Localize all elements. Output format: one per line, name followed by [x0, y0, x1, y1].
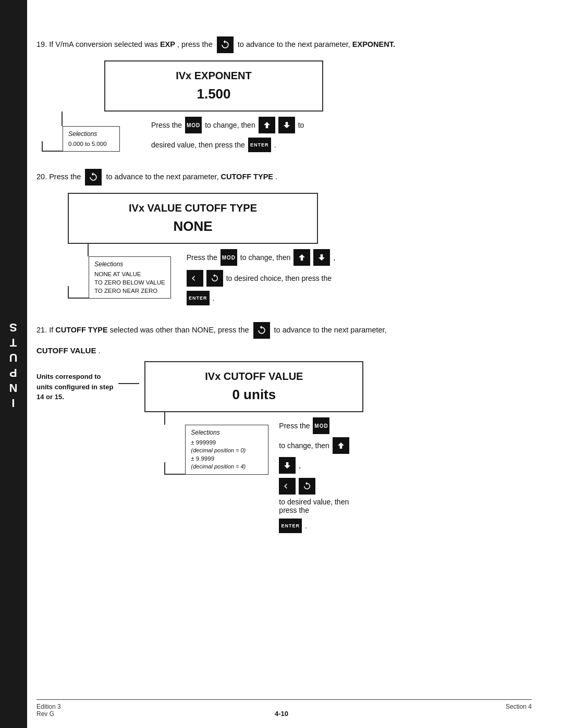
footer-edition: Edition 3	[36, 703, 61, 710]
exponent-display-box: IVx EXPONENT 1.500	[104, 60, 323, 112]
units-note-line2: units configured in step	[36, 382, 113, 392]
exponent-instr1: Press the MOD to change, then to	[151, 117, 304, 133]
units-note-line3: 14 or 15.	[36, 392, 113, 402]
s20-period: .	[213, 294, 215, 302]
s20-comma: ,	[333, 253, 335, 262]
s19-bold2: EXPONENT.	[352, 40, 395, 48]
s20-instr1-pre: Press the	[187, 253, 217, 262]
cutoff-type-display-box: IVx VALUE CUTOFF TYPE NONE	[68, 193, 318, 244]
sidebar: INPUTS	[0, 0, 27, 728]
cutoff-type-sel-title: Selections	[94, 260, 165, 269]
cutoff-value-box-title: IVx CUTOFF VALUE	[158, 371, 350, 382]
section-19-intro: 19. If V/mA conversion selected was EXP …	[36, 36, 532, 53]
section-20-intro: 20. Press the to advance to the next par…	[36, 169, 532, 186]
exponent-box-title: IVx EXPONENT	[118, 70, 310, 82]
s21-mid: selected was other than NONE, press the	[110, 326, 249, 334]
up-arrow-button-19[interactable]	[259, 117, 275, 133]
cutoff-value-sel-line1: ± 999999	[191, 438, 263, 447]
instr-to: to	[298, 121, 304, 129]
cutoff-value-instr3: ENTER .	[279, 519, 363, 533]
enter-button-19[interactable]: ENTER	[248, 138, 271, 152]
cutoff-type-selections: Selections NONE AT VALUE TO ZERO BELOW V…	[89, 256, 171, 299]
exponent-instr2: desired value, then press the ENTER .	[151, 138, 304, 152]
section-21: 21. If CUTOFF TYPE selected was other th…	[36, 322, 532, 533]
left-arrow-button-21[interactable]	[279, 478, 296, 495]
cycle-button-20[interactable]	[206, 270, 223, 287]
cutoff-value-sel-line2: (decimal position = 0)	[191, 447, 263, 454]
down-arrow-button-21[interactable]	[279, 457, 296, 474]
cutoff-type-sel-line2: TO ZERO BELOW VALUE	[94, 278, 165, 287]
cycle-icon-19	[217, 36, 234, 53]
s21-instr1-mid: to change, then	[279, 441, 329, 450]
cutoff-value-sel-title: Selections	[191, 428, 263, 437]
section-20: 20. Press the to advance to the next par…	[36, 169, 532, 305]
section-21-intro: 21. If CUTOFF TYPE selected was other th…	[36, 322, 532, 339]
s20-pre: 20. Press the	[36, 172, 81, 181]
s19-post: , press the	[177, 40, 213, 48]
enter-button-20[interactable]: ENTER	[187, 291, 210, 305]
cutoff-value-display-box: IVx CUTOFF VALUE 0 units	[144, 361, 363, 412]
s21-period: .	[305, 522, 307, 530]
cutoff-type-box-title: IVx VALUE CUTOFF TYPE	[81, 202, 304, 214]
cutoff-type-sel-line1: NONE AT VALUE	[94, 270, 165, 278]
s21-instr1-pre: Press the	[279, 422, 310, 430]
s21-bold: CUTOFF TYPE	[55, 326, 107, 334]
s20-period: .	[275, 172, 277, 181]
cutoff-value-label: CUTOFF VALUE	[36, 346, 96, 355]
s20-instr2-text: to desired choice, then press the	[226, 274, 332, 282]
cycle-icon-21	[253, 322, 270, 339]
footer-right: Section 4	[506, 703, 532, 718]
up-arrow-button-20[interactable]	[293, 249, 310, 266]
up-arrow-button-21[interactable]	[333, 437, 349, 454]
instr2-text: desired value, then press the	[151, 141, 245, 149]
cycle-button-21[interactable]	[299, 478, 315, 495]
cycle-icon-20	[85, 169, 102, 186]
s21-period2: .	[99, 346, 101, 355]
exponent-box-value: 1.500	[118, 86, 310, 102]
exponent-sel-title: Selections	[68, 130, 114, 139]
cutoff-type-instr3: ENTER .	[187, 291, 336, 305]
cutoff-value-sel-line3: ± 9.9999	[191, 454, 263, 463]
cutoff-value-sel-line4: (decimal position = 4)	[191, 463, 263, 471]
units-note-line1: Units correspond to	[36, 372, 113, 382]
down-arrow-button-19[interactable]	[278, 117, 295, 133]
footer-left: Edition 3 Rev G	[36, 703, 61, 718]
cutoff-type-instr2: to desired choice, then press the	[187, 270, 336, 287]
down-arrow-button-20[interactable]	[313, 249, 330, 266]
cutoff-type-instr1: Press the MOD to change, then ,	[187, 249, 336, 266]
s20-post: to advance to the next parameter,	[106, 172, 219, 181]
footer-rev: Rev G	[36, 710, 61, 718]
cutoff-value-selections: Selections ± 999999 (decimal position = …	[185, 425, 268, 475]
s21-post: to advance to the next parameter,	[274, 326, 387, 334]
enter-button-21[interactable]: ENTER	[279, 519, 302, 533]
cutoff-value-box-value: 0 units	[158, 387, 350, 403]
mod-button-21[interactable]: MOD	[313, 417, 329, 434]
instr1-pre: Press the	[151, 121, 182, 129]
units-note: Units correspond to units configured in …	[36, 372, 113, 402]
main-content: 19. If V/mA conversion selected was EXP …	[36, 21, 532, 533]
mod-button-20[interactable]: MOD	[221, 249, 237, 266]
s21-pre: 21. If	[36, 326, 53, 334]
left-arrow-button-20[interactable]	[187, 270, 203, 287]
instr1-mid: to change, then	[205, 121, 255, 129]
s20-bold: CUTOFF TYPE	[221, 172, 273, 181]
cutoff-value-instr1: Press the MOD to change, then ,	[279, 417, 363, 474]
page: INPUTS 19. If V/mA conversion selected w…	[0, 0, 563, 728]
exponent-sel-values: 0.000 to 5.000	[68, 140, 114, 148]
mod-button-19[interactable]: MOD	[185, 117, 202, 133]
exponent-selections: Selections 0.000 to 5.000	[63, 126, 120, 152]
s19-pre: 19. If V/mA conversion selected was	[36, 40, 160, 48]
s19-post2: to advance to the next parameter,	[238, 40, 350, 48]
s21-instr2-text: to desired value, then press the	[279, 498, 363, 514]
s21-comma: ,	[299, 461, 301, 470]
sidebar-label: INPUTS	[7, 319, 20, 410]
period-19: .	[274, 141, 276, 149]
section-19: 19. If V/mA conversion selected was EXP …	[36, 36, 532, 152]
cutoff-type-sel-line3: TO ZERO NEAR ZERO	[94, 287, 165, 295]
footer-page-number: 4-10	[275, 710, 288, 718]
cutoff-type-box-value: NONE	[81, 218, 304, 235]
s19-bold: EXP	[160, 40, 175, 48]
cutoff-value-instr2: to desired value, then press the	[279, 478, 363, 514]
s20-instr1-mid: to change, then	[240, 253, 291, 262]
